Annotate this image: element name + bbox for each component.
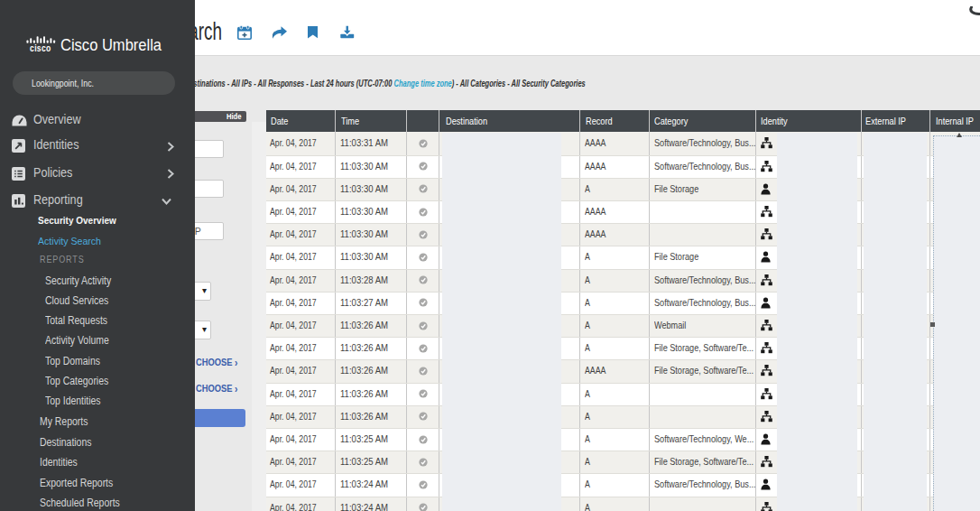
svg-text:cisco: cisco (30, 42, 51, 52)
